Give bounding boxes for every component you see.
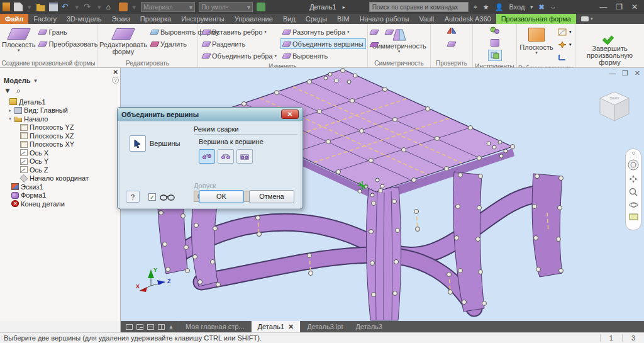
weld-vertices-button[interactable]: Объединить вершины: [280, 38, 366, 49]
tab-3d-model[interactable]: 3D-модель: [62, 14, 106, 24]
tab-environments[interactable]: Среды: [301, 14, 332, 24]
plane-button[interactable]: Плоскость▾: [2, 25, 35, 52]
dialog-title-bar[interactable]: Объединить вершины ✕: [118, 108, 303, 121]
tab-get-started[interactable]: Начало работы: [355, 14, 414, 24]
weld-edges-button[interactable]: Объединить ребра▾: [200, 50, 279, 61]
group-label-edit[interactable]: Редактировать: [97, 59, 197, 67]
align-button[interactable]: Выровнять: [280, 50, 366, 61]
panel-help-icon[interactable]: ?: [112, 77, 119, 84]
tab-a360[interactable]: Autodesk A360: [440, 14, 496, 24]
browser-header[interactable]: Модель▼: [0, 76, 120, 86]
tree-item-form1[interactable]: Форма1: [3, 191, 120, 200]
preview-checkbox[interactable]: ✓: [148, 193, 156, 201]
mode-tolerance-button[interactable]: [236, 149, 253, 164]
tree-item-axis-y[interactable]: Ось Y: [3, 157, 120, 166]
tile-vertical-icon[interactable]: [158, 324, 165, 330]
tab-detail1-active[interactable]: Деталь1✕: [251, 321, 301, 332]
tab-freeform-active[interactable]: Произвольная форма: [496, 14, 576, 24]
tree-item-view[interactable]: ▸Вид: Главный: [3, 106, 120, 115]
orbit-icon[interactable]: [629, 201, 638, 209]
convert-button[interactable]: Преобразовать: [36, 38, 100, 49]
group-label-tools[interactable]: Инструменты: [473, 62, 516, 67]
tile-horizontal-icon[interactable]: [147, 324, 154, 330]
work-axis-button[interactable]: [555, 26, 569, 38]
vertices-select-button[interactable]: [130, 135, 146, 152]
look-at-icon[interactable]: [629, 213, 638, 220]
unfold-edges-button[interactable]: Разогнуть ребра▾: [280, 26, 366, 37]
ucs-button[interactable]: [555, 52, 569, 63]
doc-close-icon[interactable]: ✕: [635, 69, 640, 77]
insert-edge-button[interactable]: Вставить ребро▾: [200, 26, 279, 37]
camera-icon[interactable]: [581, 16, 589, 21]
exchange-icon[interactable]: ✖: [538, 3, 544, 11]
material-icon[interactable]: [119, 3, 128, 11]
group-label-symmetry[interactable]: Симметричность: [368, 59, 430, 67]
edit-form-button[interactable]: Редактировать форму: [99, 25, 147, 55]
tab-tools[interactable]: Инструменты: [176, 14, 230, 24]
filter-icon[interactable]: ▼: [4, 86, 11, 95]
tab-vault[interactable]: Vault: [414, 14, 439, 24]
minimize-button[interactable]: —: [599, 3, 607, 11]
finish-freeform-button[interactable]: Завершить произвольную форму: [577, 25, 642, 66]
signin-caret[interactable]: ▾: [530, 4, 533, 10]
measure-button[interactable]: [488, 25, 502, 36]
symmetry-check-button[interactable]: [445, 25, 458, 37]
ok-button[interactable]: OK: [199, 190, 244, 203]
display-mode-button[interactable]: [488, 50, 502, 61]
face-button[interactable]: Грань: [36, 26, 100, 37]
home-icon[interactable]: ⌂: [106, 3, 115, 11]
appearance-combo[interactable]: По умолч▾: [199, 2, 253, 12]
signin-person-icon[interactable]: 👤: [495, 3, 504, 11]
panel-close-icon[interactable]: ✕: [113, 69, 118, 76]
favorites-star-icon[interactable]: ★: [483, 3, 489, 11]
mode-midpoint-button[interactable]: [218, 149, 234, 164]
tree-item-axis-z[interactable]: Ось Z: [3, 166, 120, 174]
tab-inspect[interactable]: Проверка: [135, 14, 176, 24]
search-jump-icon[interactable]: ⌖: [474, 3, 477, 11]
help-search-input[interactable]: Поиск по справке и командах: [369, 2, 469, 12]
tab-sketch[interactable]: Эскиз: [106, 14, 135, 24]
group-label-check[interactable]: Проверить: [431, 59, 472, 67]
camera-caret[interactable]: ▾: [591, 16, 593, 21]
box-mode-button[interactable]: [488, 37, 502, 48]
tree-item-plane-xy[interactable]: Плоскость XY: [3, 140, 120, 149]
doc-minimize-icon[interactable]: —: [609, 69, 616, 77]
continuity-check-button[interactable]: [445, 38, 458, 50]
work-plane-button[interactable]: Плоскость▾: [519, 25, 554, 55]
close-button[interactable]: ✕: [631, 3, 638, 11]
tab-file[interactable]: Файл: [0, 14, 28, 24]
mode-vertex-to-vertex-button[interactable]: [199, 149, 215, 164]
inventor-logo-icon[interactable]: [3, 3, 10, 11]
redo-icon[interactable]: ↷: [84, 3, 92, 11]
search-binoculars-icon[interactable]: ⌕: [16, 86, 21, 95]
restore-button[interactable]: ❐: [616, 3, 623, 11]
tree-item-plane-yz[interactable]: Плоскость YZ: [3, 123, 120, 132]
options-dots-icon[interactable]: ⁘: [550, 3, 556, 11]
zoom-icon[interactable]: [629, 188, 638, 196]
steering-wheel-icon[interactable]: [628, 159, 639, 171]
tree-item-origin-point[interactable]: Начало координат: [3, 174, 120, 183]
cancel-button[interactable]: Отмена: [249, 190, 294, 203]
tab-factory[interactable]: Factory: [28, 14, 62, 24]
dialog-close-button[interactable]: ✕: [281, 110, 299, 119]
tab-detail3-ipt[interactable]: Деталь3.ipt: [300, 321, 349, 332]
new-document-icon[interactable]: [14, 3, 23, 11]
material-combo[interactable]: Материал▾: [141, 2, 195, 12]
tab-view[interactable]: Вид: [278, 14, 301, 24]
tree-item-origin-folder[interactable]: ▾Начало: [3, 115, 120, 123]
tab-home-page[interactable]: Моя главная стр...: [179, 321, 251, 332]
signin-button[interactable]: Вход: [509, 3, 525, 11]
pan-icon[interactable]: [629, 175, 638, 183]
group-label-work[interactable]: Рабочие элементы: [517, 64, 575, 67]
group-label-modify[interactable]: Изменить: [198, 62, 367, 67]
appearance-adjust-icon[interactable]: [257, 3, 265, 11]
tab-manage[interactable]: Управление: [230, 14, 278, 24]
tab-detail3[interactable]: Деталь3: [349, 321, 389, 332]
tree-item-plane-xz[interactable]: Плоскость XZ: [3, 132, 120, 140]
tile-windows-icon[interactable]: [136, 324, 143, 330]
tree-item-sketch1[interactable]: Эскиз1: [3, 183, 120, 191]
group-label-create[interactable]: Создание произвольной формы: [0, 59, 97, 67]
tree-item-end-of-part[interactable]: Конец детали: [3, 200, 120, 208]
split-button[interactable]: Разделить: [200, 38, 279, 49]
view-cube[interactable]: ВЕРХ: [596, 88, 633, 125]
